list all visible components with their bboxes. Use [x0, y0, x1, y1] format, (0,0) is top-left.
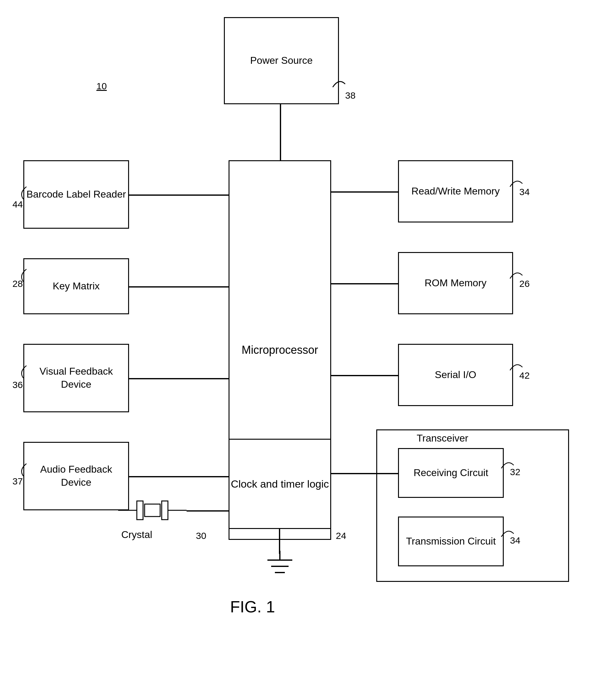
micro-to-serial-line — [331, 375, 398, 376]
visual-to-micro-line — [129, 378, 228, 379]
barcode-ref-curve — [17, 187, 32, 205]
ground-symbol — [261, 551, 299, 576]
crystal-label: Crystal — [121, 529, 152, 540]
system-ref-label: 10 — [96, 81, 107, 91]
power-ref-curve — [333, 78, 358, 97]
read-write-box: Read/Write Memory — [398, 160, 513, 222]
diagram: 10 Power Source 38 Microprocessor 24 30 … — [0, 0, 616, 683]
microprocessor-label: Microprocessor — [242, 343, 318, 358]
audio-ref-curve — [17, 464, 32, 482]
key-ref-curve — [17, 269, 32, 288]
clock-ref: 30 — [196, 531, 206, 541]
clock-timer-label: Clock and timer logic — [231, 477, 329, 491]
key-matrix-label: Key Matrix — [52, 280, 100, 293]
crystal-to-clock-line — [186, 510, 228, 512]
figure-label: FIG. 1 — [230, 597, 275, 616]
power-to-micro-line — [280, 104, 281, 160]
audio-feedback-label: Audio Feedback Device — [24, 463, 128, 489]
transmission-circuit-box: Transmission Circuit — [398, 516, 504, 566]
barcode-reader-label: Barcode Label Reader — [26, 188, 126, 201]
transceiver-label: Transceiver — [417, 432, 468, 444]
crystal-symbol — [118, 495, 186, 526]
read-write-label: Read/Write Memory — [411, 185, 500, 198]
audio-to-micro-line — [129, 476, 228, 477]
serial-ref-curve — [510, 361, 529, 377]
power-source-box: Power Source — [224, 17, 339, 104]
transmission-circuit-label: Transmission Circuit — [406, 535, 496, 548]
recv-ref-curve — [501, 459, 520, 474]
svg-rect-7 — [162, 501, 168, 520]
micro-to-transceiver-line — [331, 473, 398, 474]
micro-ref: 24 — [336, 531, 346, 541]
serial-io-label: Serial I/O — [435, 368, 476, 382]
barcode-reader-box: Barcode Label Reader — [23, 160, 129, 229]
visual-ref-curve — [17, 366, 32, 384]
audio-feedback-box: Audio Feedback Device — [23, 442, 129, 510]
trans-ref-curve — [501, 528, 520, 543]
micro-to-rw-line — [331, 191, 398, 193]
rom-ref-curve — [510, 269, 529, 285]
rom-label: ROM Memory — [424, 277, 486, 290]
serial-io-box: Serial I/O — [398, 344, 513, 406]
micro-to-rom-line — [331, 283, 398, 284]
visual-feedback-box: Visual Feedback Device — [23, 344, 129, 412]
svg-rect-6 — [145, 504, 160, 516]
clock-timer-box: Clock and timer logic — [228, 439, 331, 529]
receiving-circuit-box: Receiving Circuit — [398, 448, 504, 498]
key-matrix-box: Key Matrix — [23, 258, 129, 314]
svg-rect-5 — [137, 501, 143, 520]
barcode-to-micro-line — [129, 194, 228, 196]
rom-box: ROM Memory — [398, 252, 513, 314]
key-to-micro-line — [129, 286, 228, 287]
receiving-circuit-label: Receiving Circuit — [414, 466, 488, 479]
visual-feedback-label: Visual Feedback Device — [24, 365, 128, 391]
power-source-label: Power Source — [250, 54, 313, 67]
rw-ref-curve — [510, 177, 529, 193]
